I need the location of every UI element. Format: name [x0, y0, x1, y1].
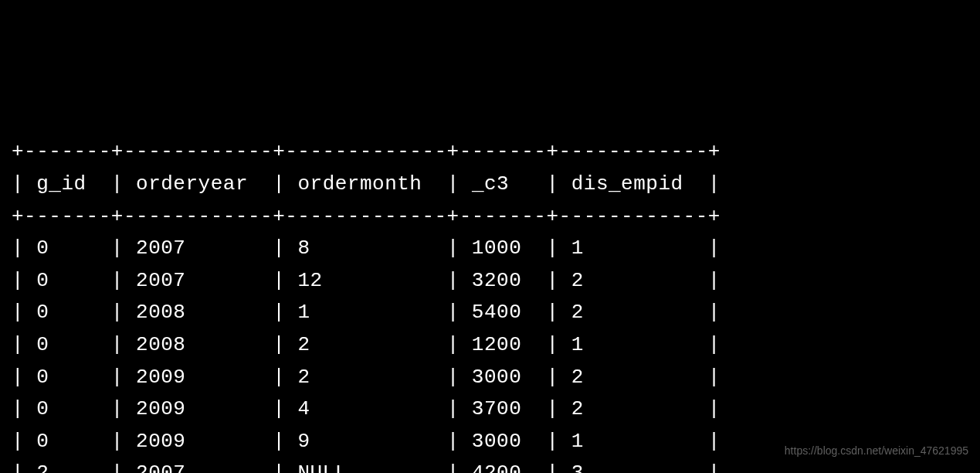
col-header-orderyear: orderyear [136, 172, 248, 196]
cell-orderyear: 2008 [136, 301, 260, 324]
table-border-top: +-------+------------+-------------+----… [12, 140, 721, 163]
col-header-g_id: g_id [36, 172, 86, 196]
cell-g_id: 0 [36, 333, 99, 356]
cell-orderyear: 2007 [136, 236, 260, 260]
cell-c3: 3200 [472, 269, 534, 292]
cell-c3: 1000 [472, 236, 534, 260]
col-header-ordermonth: ordermonth [297, 172, 422, 196]
cell-c3: 1200 [472, 333, 534, 356]
table-row: | 0 | 2009 | 9 | 3000 | 1 | [12, 430, 721, 453]
cell-g_id: 0 [36, 366, 99, 389]
cell-ordermonth: 1 [297, 301, 434, 324]
cell-dis_empid: 2 [571, 301, 696, 324]
cell-c3: 4200 [472, 461, 534, 473]
cell-c3: 3700 [472, 397, 534, 420]
cell-ordermonth: NULL [297, 461, 434, 473]
ascii-table: +-------+------------+-------------+----… [12, 136, 968, 473]
table-row: | 0 | 2007 | 8 | 1000 | 1 | [12, 236, 721, 260]
table-row: | 0 | 2008 | 1 | 5400 | 2 | [12, 301, 721, 324]
table-header-row: | g_id | orderyear | ordermonth | _c3 | … [12, 172, 721, 196]
cell-orderyear: 2009 [136, 366, 260, 389]
cell-ordermonth: 4 [297, 397, 434, 420]
cell-g_id: 0 [36, 397, 99, 420]
cell-ordermonth: 8 [297, 236, 434, 260]
cell-ordermonth: 12 [297, 269, 434, 292]
cell-c3: 3000 [472, 430, 534, 453]
col-header-c3: _c3 [472, 172, 509, 196]
table-border-mid: +-------+------------+-------------+----… [12, 205, 721, 228]
cell-dis_empid: 2 [571, 269, 696, 292]
table-row: | 0 | 2009 | 2 | 3000 | 2 | [12, 366, 721, 389]
cell-g_id: 0 [36, 301, 99, 324]
cell-dis_empid: 3 [571, 461, 696, 473]
cell-orderyear: 2008 [136, 333, 260, 356]
cell-dis_empid: 2 [571, 397, 696, 420]
cell-dis_empid: 1 [571, 430, 696, 453]
cell-c3: 5400 [472, 301, 534, 324]
cell-ordermonth: 9 [297, 430, 434, 453]
cell-g_id: 0 [36, 430, 99, 453]
cell-orderyear: 2007 [136, 461, 260, 473]
col-header-dis_empid: dis_empid [571, 172, 683, 196]
cell-g_id: 0 [36, 269, 99, 292]
cell-dis_empid: 2 [571, 366, 696, 389]
watermark-text: https://blog.csdn.net/weixin_47621995 [785, 442, 968, 459]
cell-orderyear: 2007 [136, 269, 260, 292]
table-row: | 2 | 2007 | NULL | 4200 | 3 | [12, 461, 721, 473]
table-row: | 0 | 2007 | 12 | 3200 | 2 | [12, 269, 721, 292]
cell-c3: 3000 [472, 366, 534, 389]
cell-orderyear: 2009 [136, 397, 260, 420]
table-row: | 0 | 2008 | 2 | 1200 | 1 | [12, 333, 721, 356]
table-row: | 0 | 2009 | 4 | 3700 | 2 | [12, 397, 721, 420]
cell-dis_empid: 1 [571, 333, 696, 356]
cell-g_id: 0 [36, 236, 99, 260]
cell-ordermonth: 2 [297, 333, 434, 356]
cell-ordermonth: 2 [297, 366, 434, 389]
cell-g_id: 2 [36, 461, 99, 473]
cell-dis_empid: 1 [571, 236, 696, 260]
cell-orderyear: 2009 [136, 430, 260, 453]
